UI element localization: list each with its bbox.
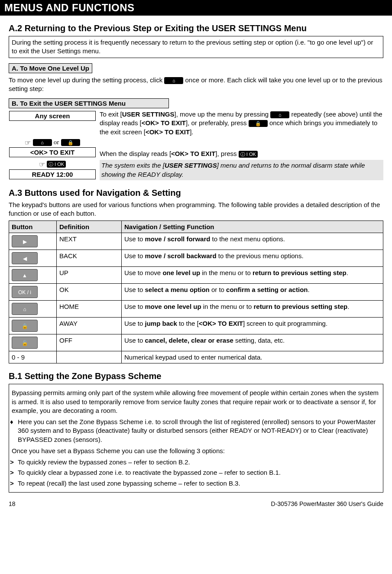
a2-sub-a: A. To Move One Level Up: [9, 63, 92, 73]
keypad-button-icon: ▲: [12, 269, 38, 281]
button-cell: ◀: [9, 250, 57, 267]
screen-ready: READY 12:00: [9, 169, 96, 179]
w1: When the display reads [: [100, 150, 171, 157]
t4: ], or preferably, press: [186, 119, 249, 126]
a2-exit-text: To exit [USER SETTINGS], move up the men…: [100, 110, 383, 136]
keypad-button-icon: 🔒: [12, 320, 38, 332]
home-key-icon: ⌂: [33, 139, 52, 146]
page-number: 18: [9, 500, 16, 507]
b1-c1: To quickly review the bypassed zones – r…: [18, 458, 380, 467]
t2: ], move up the menu by pressing: [175, 110, 271, 118]
a3-intro: The keypad's buttons are used for variou…: [9, 201, 383, 218]
table-row: 🔓OFFUse to cancel, delete, clear or eras…: [9, 334, 383, 351]
function-cell: Use to move / scroll forward to the next…: [122, 233, 383, 250]
function-cell: Use to select a menu option or to confir…: [122, 284, 383, 301]
b1-chevron-list: To quickly review the bypassed zones – r…: [12, 458, 380, 488]
definition-cell: NEXT: [57, 233, 122, 250]
button-cell: ▲: [9, 267, 57, 284]
screen-any: Any screen: [9, 111, 96, 121]
t-b3: <OK> TO EXIT: [146, 128, 190, 136]
home-key-icon: ⌂: [270, 111, 289, 118]
buttons-table: Button Definition Navigation / Setting F…: [9, 221, 383, 363]
a2-when-text: When the display reads [<OK> TO EXIT], p…: [100, 138, 383, 159]
button-cell: ⌂: [9, 301, 57, 318]
function-cell: Use to move one level up in the menu or …: [122, 301, 383, 318]
a2-intro-box: During the setting process it is frequen…: [9, 36, 383, 58]
a2-sub-b: B. To Exit the USER SETTINGS Menu: [9, 98, 169, 108]
away-key-icon: 🔒: [61, 139, 80, 146]
button-cell: 0 - 9: [9, 351, 57, 363]
function-cell: Numerical keypad used to enter numerical…: [122, 351, 383, 363]
button-cell: 🔒: [9, 318, 57, 334]
table-row: ◀BACKUse to move / scroll backward to th…: [9, 250, 383, 267]
a2-flow-row2: ☞ ⌂ or 🔒 <OK> TO EXIT When the display r…: [9, 138, 383, 159]
table-row: 0 - 9Numerical keypad used to enter nume…: [9, 351, 383, 363]
keypad-button-icon: OK / i: [12, 286, 38, 298]
b1-c3: To repeat (recall) the last used zone by…: [18, 479, 380, 488]
definition-cell: BACK: [57, 250, 122, 267]
b1-p1: Bypassing permits arming only part of th…: [12, 389, 380, 415]
a2-flow-row3: ☞ ⓘ I OK READY 12:00 The system exits th…: [9, 160, 383, 180]
table-row: ▶NEXTUse to move / scroll forward to the…: [9, 233, 383, 250]
a2-moveup-para: To move one level up during the setting …: [9, 76, 383, 94]
a2-intro-text: During the setting process it is frequen…: [12, 39, 373, 55]
page-header-bar: MENUS AND FUNCTIONS: [0, 0, 392, 16]
away-key-icon: 🔒: [249, 120, 268, 127]
definition-cell: OK: [57, 284, 122, 301]
table-row: OK / iOKUse to select a menu option or t…: [9, 284, 383, 301]
hand-icon: ☞: [25, 139, 31, 146]
ok-key-icon: ⓘ I OK: [47, 161, 66, 168]
definition-cell: OFF: [57, 334, 122, 351]
keypad-button-icon: ◀: [12, 252, 38, 264]
a2-result-text: The system exits the [USER SETTINGS] men…: [100, 160, 383, 180]
definition-cell: AWAY: [57, 318, 122, 334]
b1-box: Bypassing permits arming only part of th…: [9, 384, 383, 493]
t-b: USER SETTINGS: [122, 110, 175, 118]
b1-d1: Here you can set the Zone Bypass Scheme …: [18, 418, 380, 444]
col-function: Navigation / Setting Function: [122, 221, 383, 233]
b1-p2: Once you have set a Bypass Scheme you ca…: [12, 447, 380, 455]
keypad-button-icon: 🔓: [12, 337, 38, 349]
table-row: ⌂HOMEUse to move one level up in the men…: [9, 301, 383, 318]
r-b: USER SETTINGS: [165, 162, 217, 169]
a2-flow-row1: Any screen To exit [USER SETTINGS], move…: [9, 110, 383, 136]
or-text: or: [54, 139, 59, 146]
keypad-button-icon: ▶: [12, 235, 38, 247]
keypad-button-icon: ⌂: [12, 303, 38, 315]
section-a3-heading: A.3 Buttons used for Navigation & Settin…: [9, 188, 383, 198]
function-cell: Use to move / scroll backward to the pre…: [122, 250, 383, 267]
table-row: 🔒AWAYUse to jump back to the [<OK> TO EX…: [9, 318, 383, 334]
button-cell: ▶: [9, 233, 57, 250]
table-row: ▲UPUse to move one level up in the menu …: [9, 267, 383, 284]
page-header-title: MENUS AND FUNCTIONS: [4, 2, 135, 13]
t-b2: <OK> TO EXIT: [142, 119, 186, 126]
col-button: Button: [9, 221, 57, 233]
b1-diamond-list: Here you can set the Zone Bypass Scheme …: [12, 418, 380, 444]
t6: ].: [190, 128, 193, 136]
a2-moveup-pre: To move one level up during the setting …: [9, 76, 164, 84]
section-b1-heading: B.1 Setting the Zone Bypass Scheme: [9, 371, 383, 381]
function-cell: Use to jump back to the [<OK> TO EXIT] s…: [122, 318, 383, 334]
button-cell: 🔓: [9, 334, 57, 351]
t: To exit [: [100, 110, 122, 118]
button-cell: OK / i: [9, 284, 57, 301]
function-cell: Use to cancel, delete, clear or erase se…: [122, 334, 383, 351]
ok-key-icon: ⓘ I OK: [239, 151, 258, 158]
screen-ok-exit: <OK> TO EXIT: [9, 147, 96, 157]
r1: The system exits the [: [101, 162, 165, 169]
w-b: <OK> TO EXIT: [171, 150, 215, 157]
definition-cell: HOME: [57, 301, 122, 318]
col-definition: Definition: [57, 221, 122, 233]
hand-icon: ☞: [39, 161, 45, 168]
function-cell: Use to move one level up in the menu or …: [122, 267, 383, 284]
section-a2-heading: A.2 Returning to the Previous Step or Ex…: [9, 23, 383, 33]
b1-c2: To quickly clear a bypassed zone i.e. to…: [18, 468, 380, 477]
home-key-icon: ⌂: [164, 77, 183, 84]
doc-id: D-305736 PowerMaster 360 User's Guide: [271, 500, 383, 507]
w2: ], press: [215, 150, 238, 157]
page-footer: 18 D-305736 PowerMaster 360 User's Guide: [9, 500, 383, 507]
definition-cell: [57, 351, 122, 363]
definition-cell: UP: [57, 267, 122, 284]
